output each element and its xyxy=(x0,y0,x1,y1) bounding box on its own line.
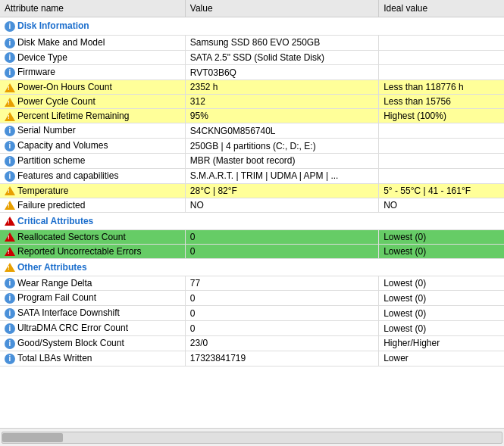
attr-name-label: Good/System Block Count xyxy=(17,338,124,348)
attr-ideal-cell: Less than 15756 xyxy=(379,95,504,109)
attr-name-label: Firmware xyxy=(17,67,55,77)
attr-name-cell: Power Cycle Count xyxy=(0,95,185,109)
section-header-cell: iDisk Information xyxy=(0,17,504,36)
attr-value-cell: 312 xyxy=(185,95,378,109)
attr-name-label: Reported Uncorrectable Errors xyxy=(17,246,141,257)
attr-name-cell: iWear Range Delta xyxy=(0,276,185,291)
table-row: iDisk Information xyxy=(0,17,504,36)
attr-ideal-cell: Lowest (0) xyxy=(379,229,504,244)
attr-name-label: Features and capabilities xyxy=(17,170,118,181)
attr-name-cell: iCapacity and Volumes xyxy=(0,139,185,154)
attr-ideal-cell: Higher/Higher xyxy=(379,335,504,351)
attr-ideal-cell xyxy=(379,50,504,65)
warn-icon xyxy=(5,112,15,121)
horizontal-scrollbar-thumb[interactable] xyxy=(2,433,63,442)
attr-name-label: Reallocated Sectors Count xyxy=(17,232,126,242)
warn-red-icon xyxy=(5,217,15,226)
attr-ideal-cell: 5° - 55°C | 41 - 161°F xyxy=(379,183,504,198)
table-row: iProgram Fail Count0Lowest (0)Number xyxy=(0,291,504,306)
attr-value-cell: S.M.A.R.T. | TRIM | UDMA | APM | ... xyxy=(185,168,378,183)
attr-ideal-cell: Lowest (0) xyxy=(379,244,504,258)
info-icon: i xyxy=(5,156,15,167)
info-icon: i xyxy=(5,338,15,349)
info-icon: i xyxy=(5,354,15,364)
attr-name-cell: Temperature xyxy=(0,183,185,198)
warn-icon xyxy=(5,83,15,92)
attr-value-cell: 28°C | 82°F xyxy=(185,183,378,198)
warn-red-icon xyxy=(5,232,15,242)
table-row: iSerial NumberS4CKNG0M856740LThe seria xyxy=(0,123,504,139)
attr-name-cell: Power-On Hours Count xyxy=(0,80,185,95)
attr-name-cell: iPartition scheme xyxy=(0,153,185,168)
attr-name-label: Temperature xyxy=(17,186,68,196)
table-row: Failure predictedNONOWhether xyxy=(0,198,504,212)
attr-ideal-cell: Less than 118776 h xyxy=(379,80,504,95)
col-header-value: Value xyxy=(185,0,378,17)
table-row: iDevice TypeSATA 2.5" SSD (Solid State D… xyxy=(0,50,504,65)
attr-ideal-cell xyxy=(379,153,504,168)
attr-name-label: UltraDMA CRC Error Count xyxy=(17,323,128,333)
table-row: Reported Uncorrectable Errors0Lowest (0)… xyxy=(0,244,504,258)
table-header-row: Attribute name Value Ideal value Descrip… xyxy=(0,0,504,17)
attr-name-cell: iGood/System Block Count xyxy=(0,335,185,351)
attr-name-label: Capacity and Volumes xyxy=(17,140,108,151)
horizontal-scrollbar-track[interactable] xyxy=(2,432,502,444)
attr-name-cell: iFirmware xyxy=(0,65,185,80)
info-icon: i xyxy=(5,52,15,63)
attr-name-label: Power Cycle Count xyxy=(17,96,95,107)
section-header-cell: Critical Attributes xyxy=(0,212,504,229)
attr-name-label: SATA Interface Downshift xyxy=(17,307,120,318)
scrollbar-area[interactable] xyxy=(0,428,504,446)
warn-red-icon xyxy=(5,247,15,256)
attr-name-cell: iUltraDMA CRC Error Count xyxy=(0,321,185,336)
attr-ideal-cell: NO xyxy=(379,198,504,212)
table-row: iDisk Make and ModelSamsung SSD 860 EVO … xyxy=(0,35,504,50)
table-row: iTotal LBAs Written17323841719LowerTotal… xyxy=(0,351,504,366)
attr-value-cell: S4CKNG0M856740L xyxy=(185,123,378,139)
attr-ideal-cell xyxy=(379,123,504,139)
attr-name-cell: iTotal LBAs Written xyxy=(0,351,185,366)
attr-name-label: Total LBAs Written xyxy=(17,353,92,363)
attr-ideal-cell xyxy=(379,35,504,50)
section-header-cell: Other Attributes xyxy=(0,258,504,276)
attr-name-cell: Reallocated Sectors Count xyxy=(0,229,185,244)
attr-value-cell: 0 xyxy=(185,291,378,306)
attr-value-cell: RVT03B6Q xyxy=(185,65,378,80)
table-row: Critical Attributes xyxy=(0,212,504,229)
info-icon: i xyxy=(5,67,15,78)
attr-name-label: Power-On Hours Count xyxy=(17,82,112,92)
info-icon: i xyxy=(5,323,15,334)
col-header-ideal: Ideal value xyxy=(379,0,504,17)
info-icon: i xyxy=(5,38,15,48)
info-icon: i xyxy=(5,308,15,319)
warn-icon xyxy=(5,201,15,210)
attr-value-cell: 0 xyxy=(185,229,378,244)
attr-ideal-cell: Lower xyxy=(379,351,504,366)
table-row: iWear Range Delta77Lowest (0)Delta be xyxy=(0,276,504,291)
attr-ideal-cell: Lowest (0) xyxy=(379,276,504,291)
attr-ideal-cell xyxy=(379,139,504,154)
attr-value-cell: 2352 h xyxy=(185,80,378,95)
attr-ideal-cell: Lowest (0) xyxy=(379,306,504,321)
table-row: Reallocated Sectors Count0Lowest (0)Coun… xyxy=(0,229,504,244)
table-row: iFeatures and capabilitiesS.M.A.R.T. | T… xyxy=(0,168,504,183)
attr-ideal-cell xyxy=(379,168,504,183)
attr-value-cell: 0 xyxy=(185,321,378,336)
attr-name-cell: iSerial Number xyxy=(0,123,185,139)
attr-name-cell: iDevice Type xyxy=(0,50,185,65)
attr-value-cell: SATA 2.5" SSD (Solid State Disk) xyxy=(185,50,378,65)
info-icon: i xyxy=(5,171,15,182)
warn-icon xyxy=(5,98,15,107)
col-header-name: Attribute name xyxy=(0,0,185,17)
attr-value-cell: 95% xyxy=(185,109,378,123)
info-icon: i xyxy=(5,293,15,304)
attr-name-label: Serial Number xyxy=(17,125,76,136)
main-table-container[interactable]: Attribute name Value Ideal value Descrip… xyxy=(0,0,504,428)
attr-value-cell: 0 xyxy=(185,306,378,321)
info-icon: i xyxy=(5,141,15,151)
attr-name-cell: Failure predicted xyxy=(0,198,185,212)
section-label: Disk Information xyxy=(17,20,89,31)
attr-ideal-cell xyxy=(379,65,504,80)
attr-name-label: Percent Lifetime Remaining xyxy=(17,111,129,121)
attr-name-label: Device Type xyxy=(17,52,67,63)
